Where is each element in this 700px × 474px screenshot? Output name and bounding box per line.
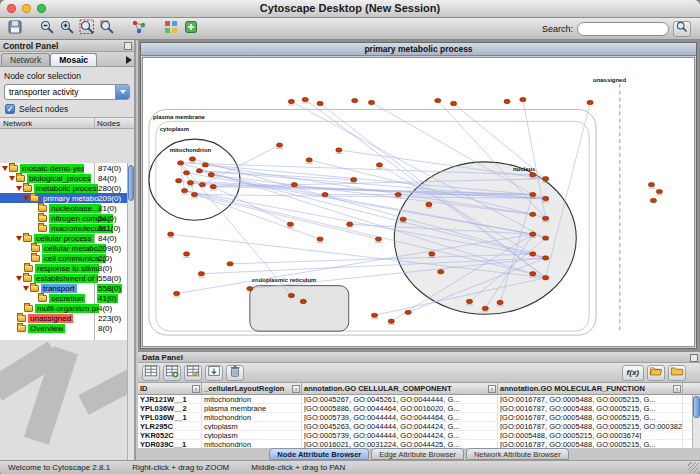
- search-input[interactable]: [577, 22, 669, 36]
- column-header[interactable]: _cellularLayoutRegion↕: [202, 383, 302, 394]
- disclosure-triangle-icon[interactable]: [9, 176, 15, 181]
- network-node[interactable]: [587, 100, 593, 104]
- tab-overflow-icon[interactable]: [126, 56, 132, 64]
- control-panel-scrollbar[interactable]: [127, 163, 134, 460]
- network-node[interactable]: [543, 216, 549, 220]
- network-node[interactable]: [176, 179, 182, 183]
- sort-column-button[interactable]: ↕: [192, 385, 200, 393]
- tree-row[interactable]: biological_process84(0): [0, 173, 127, 183]
- network-node[interactable]: [543, 236, 549, 240]
- sort-column-button[interactable]: ↕: [292, 385, 300, 393]
- tree-row[interactable]: nucleobase...81(0): [0, 203, 127, 213]
- network-column-header[interactable]: Network: [3, 119, 32, 128]
- network-node[interactable]: [530, 192, 536, 196]
- tree-row[interactable]: multi-organism pro...4(0): [0, 303, 127, 313]
- create-attribute-button[interactable]: [163, 365, 181, 381]
- network-node[interactable]: [276, 143, 282, 147]
- zoom-out-button[interactable]: [37, 19, 57, 38]
- dropdown-button[interactable]: [115, 85, 129, 99]
- vizmapper-button[interactable]: [161, 19, 181, 38]
- network-node[interactable]: [395, 192, 401, 196]
- select-attributes-button[interactable]: [142, 365, 160, 381]
- minimize-window-button[interactable]: [22, 4, 31, 13]
- network-node[interactable]: [482, 306, 488, 310]
- network-node[interactable]: [199, 183, 205, 187]
- network-manager-button[interactable]: [129, 19, 149, 38]
- network-node[interactable]: [426, 202, 432, 206]
- network-node[interactable]: [648, 183, 654, 187]
- tree-column-header[interactable]: Network Nodes: [0, 117, 134, 129]
- network-node[interactable]: [351, 178, 357, 182]
- network-node[interactable]: [405, 310, 411, 314]
- network-node[interactable]: [174, 291, 180, 295]
- network-node[interactable]: [181, 188, 187, 192]
- tab-network[interactable]: Network: [1, 53, 50, 66]
- network-node[interactable]: [530, 272, 536, 276]
- tree-row[interactable]: primary metabo...209(0): [0, 193, 127, 203]
- tab-node-attribute-browser[interactable]: Node Attribute Browser: [269, 448, 369, 460]
- tree-row[interactable]: Overview8(0): [0, 323, 127, 333]
- float-panel-icon[interactable]: [124, 42, 132, 50]
- network-node[interactable]: [288, 99, 294, 103]
- network-node[interactable]: [438, 270, 444, 274]
- tree-row[interactable]: unassigned223(0): [0, 313, 127, 323]
- network-node[interactable]: [178, 161, 184, 165]
- disclosure-triangle-icon[interactable]: [16, 186, 22, 191]
- save-attribute-file-button[interactable]: [668, 365, 686, 381]
- network-node[interactable]: [300, 299, 306, 303]
- color-attribute-dropdown[interactable]: transporter activity: [4, 84, 130, 100]
- table-row[interactable]: YKR052Ccytoplasm[GO:0005739, GO:0044444,…: [138, 431, 700, 440]
- network-node[interactable]: [543, 177, 549, 181]
- network-node[interactable]: [530, 232, 536, 236]
- network-node[interactable]: [306, 158, 312, 162]
- tab-edge-attribute-browser[interactable]: Edge Attribute Browser: [371, 448, 464, 460]
- network-node[interactable]: [183, 252, 189, 256]
- network-node[interactable]: [429, 252, 435, 256]
- table-scrollbar[interactable]: [692, 395, 700, 448]
- tree-row[interactable]: mosaic-demo-yeast874(0): [0, 163, 127, 173]
- network-node[interactable]: [375, 237, 381, 241]
- network-node[interactable]: [543, 276, 549, 280]
- window-titlebar[interactable]: Cytoscape Desktop (New Session): [0, 0, 700, 18]
- tree-row[interactable]: transport558(0): [0, 283, 127, 293]
- network-node[interactable]: [288, 293, 294, 297]
- network-node[interactable]: [187, 181, 193, 185]
- close-window-button[interactable]: [7, 4, 16, 13]
- network-node[interactable]: [189, 157, 195, 161]
- network-node[interactable]: [543, 256, 549, 260]
- network-node[interactable]: [466, 299, 472, 303]
- search-options-button[interactable]: [673, 21, 691, 37]
- column-header[interactable]: ID↕: [138, 383, 202, 394]
- network-node[interactable]: [208, 173, 214, 177]
- network-node[interactable]: [317, 101, 323, 105]
- disclosure-triangle-icon[interactable]: [16, 276, 22, 281]
- tree-row[interactable]: cellular process84(0): [0, 233, 127, 243]
- sort-column-button[interactable]: ↕: [488, 385, 496, 393]
- network-node[interactable]: [451, 101, 457, 105]
- table-scrollbar-thumb[interactable]: [693, 396, 700, 418]
- network-node[interactable]: [435, 98, 441, 102]
- network-node[interactable]: [371, 313, 377, 317]
- save-session-button[interactable]: [5, 19, 25, 38]
- network-node[interactable]: [530, 173, 536, 177]
- float-data-panel-icon[interactable]: [690, 354, 698, 362]
- network-node[interactable]: [317, 237, 323, 241]
- import-attributes-button[interactable]: [205, 365, 223, 381]
- function-builder-button[interactable]: f(x): [622, 365, 644, 381]
- network-canvas[interactable]: plasma membranecytoplasmmitochondrionnuc…: [143, 58, 694, 346]
- zoom-fit-button[interactable]: [77, 19, 97, 38]
- network-node[interactable]: [291, 183, 297, 187]
- tree-row[interactable]: response to stimul...8(0): [0, 263, 127, 273]
- tree-row[interactable]: metabolic process280(0): [0, 183, 127, 193]
- network-node[interactable]: [368, 100, 374, 104]
- maximize-window-button[interactable]: [37, 4, 46, 13]
- delete-attribute-button[interactable]: [226, 365, 244, 381]
- network-node[interactable]: [352, 98, 358, 102]
- zoom-selected-button[interactable]: [97, 19, 117, 38]
- network-node[interactable]: [388, 319, 394, 323]
- tree-row[interactable]: secretion41(0): [0, 293, 127, 303]
- network-node[interactable]: [191, 192, 197, 196]
- network-node[interactable]: [168, 232, 174, 236]
- resize-grip[interactable]: [688, 462, 699, 473]
- network-node[interactable]: [530, 212, 536, 216]
